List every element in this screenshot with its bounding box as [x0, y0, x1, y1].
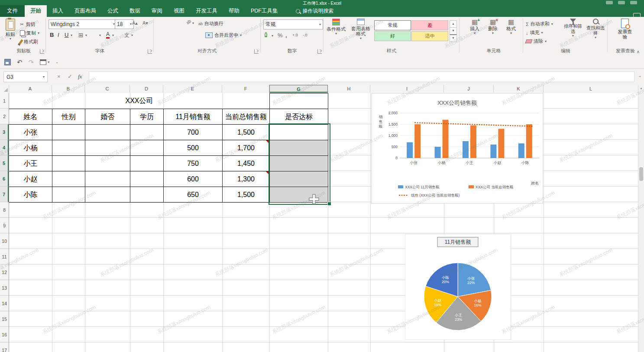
row-header-1[interactable]: 1 [0, 93, 9, 109]
touch-mode-button[interactable]: ▾ [40, 59, 49, 65]
cell-E2[interactable]: 11月销售额 [163, 109, 223, 125]
paste-button[interactable]: 粘贴 ▾ [3, 19, 18, 40]
percent-style-button[interactable]: % [278, 32, 283, 39]
comma-style-button[interactable]: , [285, 32, 287, 39]
cell-F2[interactable]: 当前总销售额 [222, 109, 270, 125]
cell-G3-active[interactable] [269, 124, 328, 140]
cell-B3[interactable] [52, 124, 85, 140]
row-header-13[interactable]: 13 [0, 280, 9, 296]
cell-E4[interactable]: 500 [163, 140, 223, 156]
row-header-5[interactable]: 5 [0, 155, 9, 171]
column-header-E[interactable]: E [163, 85, 222, 93]
row-header-2[interactable]: 2 [0, 109, 9, 124]
cell-D6[interactable] [130, 171, 164, 187]
cell-style-good[interactable]: 好 [374, 31, 411, 41]
row-header-10[interactable]: 10 [0, 233, 9, 249]
font-name-combo[interactable]: Wingdings 2 ▾ [49, 19, 117, 29]
tab-view[interactable]: 视图 [168, 5, 190, 17]
cell-style-bad[interactable]: 差 [411, 20, 448, 30]
shrink-font-button[interactable]: A▾ [142, 20, 148, 26]
formula-bar-expand-icon[interactable]: ⌄ [638, 73, 642, 78]
tab-developer[interactable]: 开发工具 [190, 5, 223, 17]
cell-D5[interactable] [130, 155, 164, 171]
cell-A6[interactable]: 小赵 [9, 171, 52, 187]
column-header-F[interactable]: F [222, 85, 269, 93]
format-painter-button[interactable]: 格式刷 [20, 38, 38, 46]
tab-review[interactable]: 审阅 [146, 5, 168, 17]
tell-me-search[interactable]: 操作说明搜索 [296, 5, 334, 17]
customize-qat-icon[interactable]: ⌄ [55, 61, 58, 64]
close-icon[interactable] [630, 1, 637, 4]
cell-D3[interactable] [130, 124, 164, 140]
font-color-button[interactable]: A [106, 32, 110, 37]
row-header-7[interactable]: 7 [0, 187, 9, 202]
row-header-15[interactable]: 15 [0, 311, 9, 327]
find-select-button[interactable]: 查找和选择 ▾ [585, 19, 606, 39]
column-header-K[interactable]: K [494, 85, 544, 93]
accounting-format-button[interactable]: ¥ [265, 32, 267, 38]
cell-A3[interactable]: 小张 [9, 124, 52, 140]
cell-style-neutral[interactable]: 适中 [411, 31, 448, 41]
row-header-17[interactable]: 17 [0, 342, 9, 352]
scrollbar-thumb[interactable] [639, 167, 643, 181]
dialog-launcher-icon[interactable] [254, 49, 259, 54]
cell-F3[interactable]: 1,500 [222, 124, 270, 140]
cell-E6[interactable]: 600 [163, 171, 223, 187]
row-header-6[interactable]: 6 [0, 171, 9, 187]
enter-button[interactable]: ✓ [68, 71, 72, 81]
row-header-14[interactable]: 14 [0, 296, 9, 311]
column-header-A[interactable]: A [9, 85, 52, 93]
fill-handle[interactable] [327, 202, 331, 206]
name-box[interactable]: G3 ▾ [3, 71, 48, 82]
insert-function-button[interactable]: fx [78, 71, 82, 81]
increase-decimal-button[interactable]: +.0 [292, 33, 298, 37]
cancel-button[interactable]: × [57, 71, 61, 81]
column-header-H[interactable]: H [328, 85, 370, 93]
cell-B2[interactable]: 性别 [52, 109, 85, 125]
row-header-12[interactable]: 12 [0, 265, 9, 280]
cell-C7[interactable] [85, 187, 130, 203]
select-all-button[interactable] [0, 85, 9, 93]
grow-font-button[interactable]: A▴ [132, 20, 138, 26]
cell-E3[interactable]: 700 [163, 124, 223, 140]
column-header-L[interactable]: L [544, 85, 638, 93]
delete-cells-button[interactable]: ▦× 删除 ▾ [485, 19, 501, 35]
cell-B6[interactable] [52, 171, 85, 187]
collapse-ribbon-button[interactable]: ∧ [637, 49, 640, 54]
gallery-down-button[interactable]: ▾ [450, 27, 457, 35]
borders-button[interactable]: ⊞ [78, 32, 84, 39]
row-header-4[interactable]: 4 [0, 140, 9, 155]
format-cells-button[interactable]: ▦ 格式 ▾ [503, 19, 519, 35]
cell-C4[interactable] [85, 140, 130, 156]
cell-E5[interactable]: 750 [163, 155, 223, 171]
decrease-decimal-button[interactable]: -.0 [303, 33, 307, 37]
cell-A4[interactable]: 小杨 [9, 140, 52, 156]
scroll-up-icon[interactable]: ▴ [638, 85, 644, 92]
column-header-B[interactable]: B [52, 85, 85, 93]
cell-E7[interactable]: 650 [163, 187, 223, 203]
gallery-more-button[interactable]: ▾ [450, 34, 457, 42]
cell-G5[interactable] [269, 155, 328, 171]
column-header-J[interactable]: J [444, 85, 494, 93]
row-header-3[interactable]: 3 [0, 124, 9, 140]
titlebar-control-icon[interactable] [606, 1, 613, 4]
insert-cells-button[interactable]: ▦+ 插入 ▾ [466, 19, 483, 35]
row-header-8[interactable]: 8 [0, 202, 9, 218]
tab-help[interactable]: 帮助 [223, 5, 245, 17]
cell-style-normal[interactable]: 常规 [374, 20, 411, 30]
undo-icon[interactable]: ↶ [17, 59, 23, 65]
fill-button[interactable]: ↓ 填充 ▾ [526, 29, 543, 37]
row-header-11[interactable]: 11 [0, 249, 9, 265]
font-size-combo[interactable]: 18 ▾ [115, 19, 134, 29]
tab-insert[interactable]: 插入 [47, 5, 69, 17]
cell-D4[interactable] [130, 140, 164, 156]
bold-button[interactable]: B [50, 32, 54, 38]
titlebar-control-icon[interactable] [618, 1, 625, 4]
tab-home[interactable]: 开始 [25, 5, 47, 17]
cell-C3[interactable] [85, 124, 130, 140]
cell-F4[interactable]: 1,700 [222, 140, 270, 156]
tab-formulas[interactable]: 公式 [102, 5, 124, 17]
invoice-check-button[interactable]: 发票查验 [616, 19, 634, 39]
underline-button[interactable]: U [65, 32, 68, 38]
phonetic-guide-button[interactable]: 文 [124, 32, 129, 39]
